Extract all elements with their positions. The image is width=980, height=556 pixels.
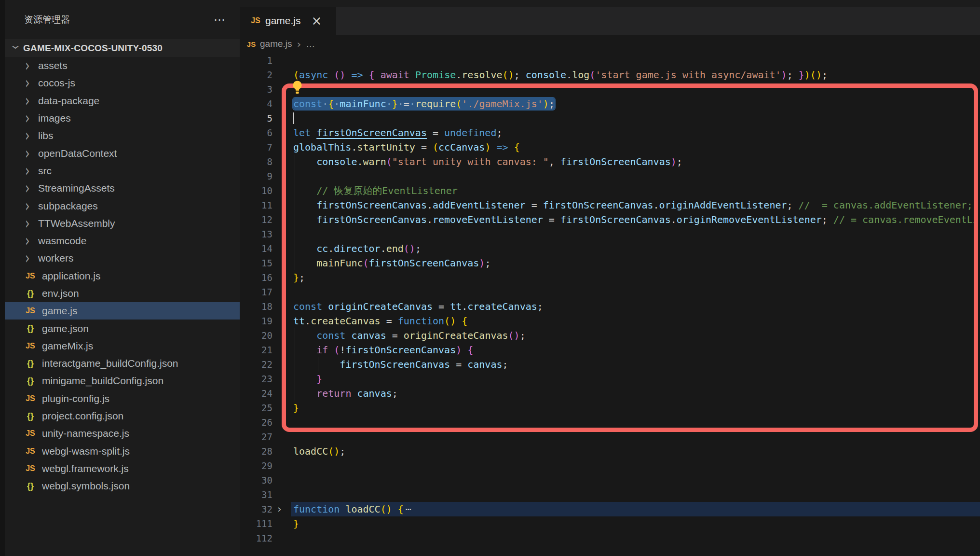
code-token: ; xyxy=(549,98,555,110)
code-token xyxy=(322,301,328,312)
close-icon[interactable]: × xyxy=(312,16,322,26)
sidebar-item-images[interactable]: ›images xyxy=(5,110,240,127)
explorer-root-folder[interactable]: › GAME-MIX-COCOS-UNITY-0530 xyxy=(5,39,240,57)
sidebar-item-wasmcode[interactable]: ›wasmcode xyxy=(5,232,240,250)
code-line-7[interactable]: 7globalThis.startUnity = (ccCanvas) => { xyxy=(240,140,980,154)
js-file-icon: JS xyxy=(249,16,262,25)
code-line-17[interactable]: 17 xyxy=(240,285,980,299)
code-line-16[interactable]: 16}; xyxy=(240,270,980,285)
sidebar-item-interactgame-buildconfig-json[interactable]: {}interactgame_buildConfig.json xyxy=(5,355,240,372)
code-line-12[interactable]: 12 firstOnScreenCanvas.removeEventListen… xyxy=(240,212,980,227)
sidebar-item-game-json[interactable]: {}game.json xyxy=(5,320,240,337)
code-line-25[interactable]: 25} xyxy=(240,401,980,415)
code-line-1[interactable]: 1 xyxy=(240,53,980,68)
sidebar-item-webgl-wasm-split-js[interactable]: JSwebgl-wasm-split.js xyxy=(5,443,240,460)
code-text: } xyxy=(293,401,299,415)
code-token xyxy=(293,359,340,370)
explorer-actions-icon[interactable]: ⋯ xyxy=(214,13,226,27)
string-token: "start unity with canvas: " xyxy=(392,156,549,167)
code-line-18[interactable]: 18const originCreateCanvas = tt.createCa… xyxy=(240,299,980,314)
code-line-112[interactable]: 112 xyxy=(240,531,980,545)
code-line-27[interactable]: 27 xyxy=(240,430,980,444)
code-line-22[interactable]: 22 firstOnScreenCanvas = canvas; xyxy=(240,357,980,372)
sidebar-item-unity-namespace-js[interactable]: JSunity-namespace.js xyxy=(5,425,240,442)
code-token: let xyxy=(293,127,311,139)
code-token: firstOnScreenCanvas xyxy=(369,257,479,269)
code-line-8[interactable]: 8 console.warn("start unity with canvas:… xyxy=(240,154,980,169)
code-line-31[interactable]: 31 xyxy=(240,487,980,502)
sidebar-item-subpackages[interactable]: ›subpackages xyxy=(5,197,240,214)
code-token: const xyxy=(293,301,322,312)
sidebar-item-gamemix-js[interactable]: JSgameMix.js xyxy=(5,337,240,355)
code-token: startUnity xyxy=(357,141,415,153)
code-token: = xyxy=(433,301,450,312)
sidebar-item-project-config-json[interactable]: {}project.config.json xyxy=(5,407,240,425)
code-line-15[interactable]: 15 mainFunc(firstOnScreenCanvas); xyxy=(240,256,980,270)
code-line-24[interactable]: 24 return canvas; xyxy=(240,386,980,401)
code-token: tt xyxy=(450,301,462,312)
sidebar-item-application-js[interactable]: JSapplication.js xyxy=(5,267,240,285)
sidebar-item-data-package[interactable]: ›data-package xyxy=(5,92,240,110)
sidebar-item-webgl-framework-js[interactable]: JSwebgl.framework.js xyxy=(5,460,240,477)
code-line-4[interactable]: 4const·{·mainFunc·}·=·require('./gameMix… xyxy=(240,97,980,111)
sidebar-item-env-json[interactable]: {}env.json xyxy=(5,285,240,302)
code-text: firstOnScreenCanvas.removeEventListener … xyxy=(293,212,979,227)
sidebar-item-game-js[interactable]: JSgame.js xyxy=(5,302,240,320)
sidebar-item-workers[interactable]: ›workers xyxy=(5,250,240,267)
fold-chevron-icon[interactable]: › xyxy=(277,502,282,516)
comment-token: // = canvas.addEventListener; xyxy=(799,199,973,211)
code-token: () xyxy=(381,503,392,515)
tab-game-js[interactable]: JS game.js × xyxy=(240,7,336,35)
code-line-3[interactable]: 3 xyxy=(240,82,980,97)
code-line-6[interactable]: 6let firstOnScreenCanvas = undefined; xyxy=(240,125,980,140)
sidebar-item-assets[interactable]: ›assets xyxy=(5,57,240,74)
sidebar-item-opendatacontext[interactable]: ›openDataContext xyxy=(5,144,240,162)
code-token: loadCC xyxy=(293,445,328,457)
code-token: ) xyxy=(781,69,787,81)
code-token: firstOnScreenCanvas xyxy=(316,199,427,211)
code-line-111[interactable]: 111} xyxy=(240,516,980,531)
breadcrumb-more[interactable]: … xyxy=(306,39,315,49)
sidebar-item-src[interactable]: ›src xyxy=(5,162,240,180)
code-token: ( xyxy=(456,98,462,110)
lightbulb-icon[interactable] xyxy=(291,80,303,97)
line-number: 10 xyxy=(240,183,272,198)
code-text: return canvas; xyxy=(293,386,398,401)
code-line-19[interactable]: 19tt.createCanvas = function() { xyxy=(240,314,980,328)
code-line-11[interactable]: 11 firstOnScreenCanvas.addEventListener … xyxy=(240,198,980,212)
line-number: 7 xyxy=(240,140,272,154)
code-token: undefined xyxy=(444,127,496,139)
code-line-13[interactable]: 13 xyxy=(240,227,980,241)
sidebar-item-libs[interactable]: ›libs xyxy=(5,127,240,144)
explorer-file-tree: ›assets›cocos-js›data-package›images›lib… xyxy=(5,57,240,495)
sidebar-item-webgl-symbols-json[interactable]: {}webgl.symbols.json xyxy=(5,477,240,495)
code-line-10[interactable]: 10 // 恢复原始的EventListener xyxy=(240,183,980,198)
code-line-5[interactable]: 5 xyxy=(240,111,980,125)
sidebar-item-streamingassets[interactable]: ›StreamingAssets xyxy=(5,180,240,197)
chevron-right-icon: › xyxy=(25,254,32,264)
code-line-9[interactable]: 9 xyxy=(240,169,980,183)
code-line-2[interactable]: 2(async () => { await Promise.resolve();… xyxy=(240,68,980,82)
code-token: director xyxy=(334,243,380,254)
code-line-28[interactable]: 28loadCC(); xyxy=(240,444,980,459)
code-line-20[interactable]: 20 const canvas = originCreateCanvas(); xyxy=(240,328,980,343)
sidebar-item-minigame-buildconfig-json[interactable]: {}minigame_buildConfig.json xyxy=(5,372,240,389)
code-line-23[interactable]: 23 } xyxy=(240,372,980,386)
comment-token: // 恢复原始的EventListener xyxy=(316,185,458,196)
code-line-30[interactable]: 30 xyxy=(240,473,980,487)
code-token: if xyxy=(316,344,328,356)
code-line-21[interactable]: 21 if (!firstOnScreenCanvas) { xyxy=(240,343,980,357)
code-token: await xyxy=(381,69,409,81)
code-text: const originCreateCanvas = tt.createCanv… xyxy=(293,299,543,314)
code-line-32[interactable]: 32›function loadCC() {⋯ xyxy=(240,502,980,516)
line-number: 11 xyxy=(240,198,272,212)
breadcrumb-file[interactable]: game.js xyxy=(260,39,292,49)
folder-label: cocos-js xyxy=(38,77,75,89)
sidebar-item-plugin-config-js[interactable]: JSplugin-config.js xyxy=(5,390,240,407)
code-editor[interactable]: 12(async () => { await Promise.resolve()… xyxy=(240,53,980,556)
sidebar-item-cocos-js[interactable]: ›cocos-js xyxy=(5,74,240,92)
code-line-26[interactable]: 26 xyxy=(240,415,980,430)
sidebar-item-ttwebassembly[interactable]: ›TTWebAssembly xyxy=(5,215,240,232)
code-line-14[interactable]: 14 cc.director.end(); xyxy=(240,241,980,256)
code-line-29[interactable]: 29 xyxy=(240,459,980,473)
